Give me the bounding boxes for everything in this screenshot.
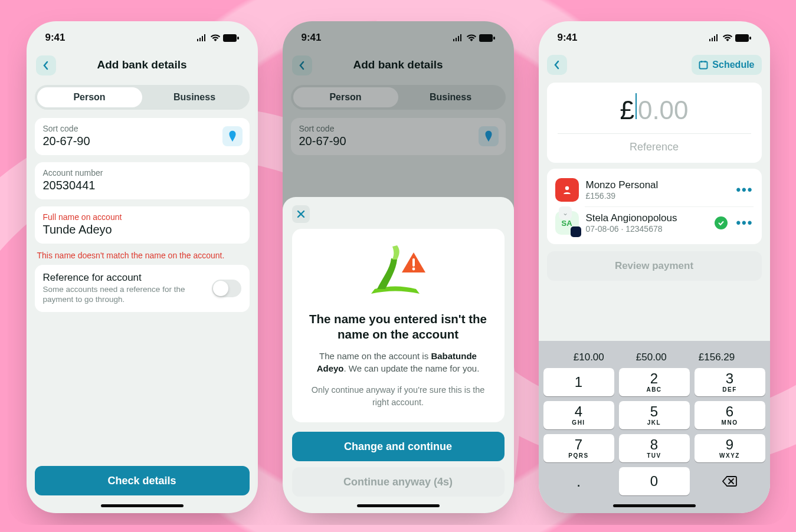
status-bar: 9:41 bbox=[539, 21, 770, 51]
reference-toggle[interactable] bbox=[212, 280, 241, 297]
warning-illustration-icon bbox=[357, 242, 440, 303]
reference-title: Reference for account bbox=[43, 272, 206, 284]
svg-rect-6 bbox=[735, 34, 749, 42]
delete-icon bbox=[722, 476, 738, 487]
svg-rect-8 bbox=[700, 62, 707, 69]
close-button[interactable] bbox=[292, 205, 310, 223]
status-bar: 9:41 bbox=[27, 21, 258, 51]
verified-tick-icon bbox=[715, 216, 728, 229]
full-name-value: Tunde Adeyo bbox=[43, 223, 241, 237]
bank-logo-icon bbox=[222, 126, 243, 146]
key-0[interactable]: 0 bbox=[619, 467, 690, 495]
person-icon bbox=[562, 185, 572, 195]
key-delete[interactable] bbox=[695, 467, 765, 495]
status-icons bbox=[709, 34, 751, 42]
back-button[interactable] bbox=[547, 55, 567, 75]
amount-input[interactable]: £ 0.00 bbox=[620, 93, 688, 125]
quick-amount-0[interactable]: £10.00 bbox=[574, 352, 604, 363]
full-name-label: Full name on account bbox=[43, 212, 241, 222]
battery-icon bbox=[223, 34, 239, 42]
schedule-label: Schedule bbox=[712, 60, 754, 70]
key-2[interactable]: 2ABC bbox=[619, 368, 690, 396]
back-button[interactable] bbox=[36, 55, 56, 75]
key-5[interactable]: 5JKL bbox=[619, 401, 690, 429]
reference-toggle-row: Reference for account Some accounts need… bbox=[35, 265, 250, 312]
numeric-keypad: £10.00 £50.00 £156.29 12ABC3DEF4GHI5JKL6… bbox=[539, 341, 770, 513]
reference-input[interactable]: Reference bbox=[547, 141, 762, 153]
home-indicator bbox=[101, 504, 184, 507]
key-9[interactable]: 9WXYZ bbox=[695, 434, 765, 462]
tab-business[interactable]: Business bbox=[142, 87, 247, 107]
currency-symbol: £ bbox=[620, 96, 634, 125]
svg-rect-1 bbox=[237, 37, 239, 40]
from-account-row[interactable]: Monzo Personal £156.39 ••• bbox=[553, 173, 756, 206]
account-number-field[interactable]: Account number 20530441 bbox=[35, 162, 250, 199]
from-account-name: Monzo Personal bbox=[586, 179, 729, 191]
change-and-continue-button[interactable]: Change and continue bbox=[292, 432, 505, 461]
to-account-badge-icon bbox=[571, 226, 581, 237]
account-type-segment: Person Business bbox=[35, 85, 250, 110]
screen-payment-amount: 9:41 Schedule £ bbox=[539, 21, 770, 513]
page-title: Add bank details bbox=[97, 58, 186, 71]
svg-point-9 bbox=[565, 186, 568, 190]
wifi-icon bbox=[722, 34, 733, 41]
key-4[interactable]: 4GHI bbox=[543, 401, 614, 429]
account-number-value: 20530441 bbox=[43, 179, 241, 192]
status-icons bbox=[196, 34, 239, 42]
quick-amount-1[interactable]: £50.00 bbox=[636, 352, 667, 363]
text-caret bbox=[636, 93, 637, 119]
review-payment-button[interactable]: Review payment bbox=[547, 251, 762, 281]
key-6[interactable]: 6MNO bbox=[695, 401, 765, 429]
sheet-body: The name on the account is Babatunde Ade… bbox=[304, 350, 493, 375]
check-details-button[interactable]: Check details bbox=[35, 466, 250, 495]
status-time: 9:41 bbox=[558, 32, 578, 44]
sort-code-field[interactable]: Sort code 20-67-90 bbox=[35, 118, 250, 155]
amount-card: £ 0.00 Reference bbox=[547, 83, 762, 163]
account-number-label: Account number bbox=[43, 168, 241, 178]
to-account-row[interactable]: SA Stela Angionopolous 07-08-06 · 123456… bbox=[553, 206, 756, 239]
cellular-icon bbox=[709, 34, 720, 41]
full-name-field[interactable]: Full name on account Tunde Adeyo bbox=[35, 206, 250, 244]
to-account-meta: 07-08-06 · 12345678 bbox=[586, 224, 708, 234]
quick-amount-2[interactable]: £156.29 bbox=[699, 352, 735, 363]
wifi-icon bbox=[210, 34, 221, 41]
name-mismatch-sheet: The name you entered isn't the name on t… bbox=[283, 197, 514, 513]
svg-point-5 bbox=[412, 268, 415, 271]
cellular-icon bbox=[196, 34, 208, 41]
home-indicator bbox=[357, 504, 440, 507]
from-account-balance: £156.39 bbox=[586, 191, 729, 201]
battery-icon bbox=[735, 34, 751, 42]
accounts-card: ⌄ Monzo Personal £156.39 ••• SA bbox=[547, 169, 762, 244]
key-7[interactable]: 7PQRS bbox=[543, 434, 614, 462]
to-account-more-icon[interactable]: ••• bbox=[736, 215, 753, 231]
to-initials: SA bbox=[561, 219, 572, 228]
svg-rect-7 bbox=[749, 37, 751, 40]
sheet-title: The name you entered isn't the name on t… bbox=[304, 311, 493, 341]
tab-person[interactable]: Person bbox=[37, 87, 142, 107]
sort-code-label: Sort code bbox=[43, 124, 241, 133]
key-dot[interactable]: . bbox=[543, 467, 614, 495]
key-8[interactable]: 8TUV bbox=[619, 434, 690, 462]
from-account-more-icon[interactable]: ••• bbox=[736, 182, 753, 198]
sort-code-value: 20-67-90 bbox=[43, 134, 241, 148]
reference-subtitle: Some accounts need a reference for the p… bbox=[43, 285, 206, 305]
chevron-left-icon bbox=[554, 60, 560, 70]
svg-rect-0 bbox=[223, 34, 237, 42]
amount-placeholder: 0.00 bbox=[638, 96, 689, 125]
sheet-hint: Only continue anyway if you're sure this… bbox=[304, 384, 493, 408]
status-time: 9:41 bbox=[45, 32, 65, 44]
calendar-icon bbox=[699, 60, 708, 70]
name-error-message: This name doesn't match the name on the … bbox=[35, 251, 250, 265]
key-3[interactable]: 3DEF bbox=[695, 368, 765, 396]
from-account-avatar bbox=[555, 178, 579, 202]
continue-anyway-button[interactable]: Continue anyway (4s) bbox=[292, 467, 505, 497]
key-1[interactable]: 1 bbox=[543, 368, 614, 396]
transfer-arrow-icon: ⌄ bbox=[559, 206, 572, 219]
home-indicator bbox=[613, 504, 696, 507]
schedule-button[interactable]: Schedule bbox=[692, 55, 761, 75]
svg-rect-4 bbox=[412, 258, 415, 267]
chevron-left-icon bbox=[43, 61, 49, 70]
close-icon bbox=[297, 210, 305, 218]
screen-add-bank-details: 9:41 Add bank details Person Business bbox=[27, 21, 258, 513]
screen-name-mismatch-sheet: 9:41 Add bank details Person Business bbox=[283, 21, 514, 513]
